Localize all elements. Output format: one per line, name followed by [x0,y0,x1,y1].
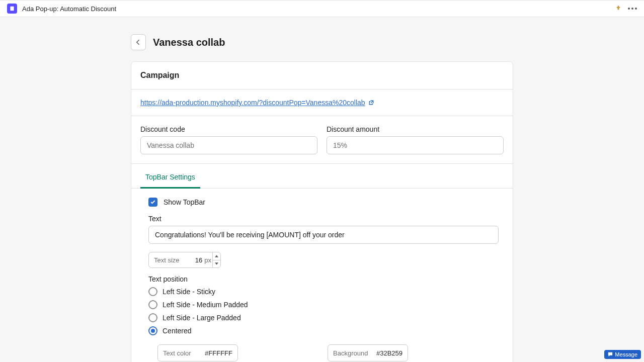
text-color-label: Text color [163,349,191,357]
radio-label: Left Side - Medium Padded [163,301,248,309]
background-color-label: Background [333,349,368,357]
radio-icon [148,287,157,296]
message-badge[interactable]: Message [604,350,641,359]
show-topbar-checkbox[interactable] [148,198,157,207]
background-color-value: #32B259 [376,349,403,357]
text-size-value: 16 [195,256,202,264]
svg-rect-0 [10,7,14,11]
pin-icon[interactable] [615,5,622,13]
tab-topbar-settings[interactable]: TopBar Settings [140,166,200,189]
campaign-url-text: https://ada-production.myshopify.com/?di… [140,99,365,107]
discount-code-label: Discount code [140,125,317,133]
radio-label: Left Side - Large Padded [163,314,241,322]
app-top-bar: Ada Pop-up: Automatic Discount [0,0,644,17]
back-button[interactable] [131,34,146,50]
radio-left-sticky[interactable]: Left Side - Sticky [148,287,496,296]
page-title: Vanessa collab [153,37,225,48]
text-label: Text [148,215,496,223]
radio-label: Centered [163,327,192,335]
text-position-title: Text position [148,275,496,283]
radio-icon [148,300,157,309]
more-icon[interactable] [628,8,637,10]
campaign-url-link[interactable]: https://ada-production.myshopify.com/?di… [140,99,374,107]
message-badge-label: Message [615,351,637,357]
radio-icon [148,326,157,335]
external-link-icon [368,100,374,106]
text-size-up[interactable] [213,252,220,260]
text-size-input[interactable]: Text size 16 px [148,252,221,268]
show-topbar-row[interactable]: Show TopBar [148,198,496,207]
text-size-unit: px [204,256,211,264]
topbar-text-input[interactable]: Congratulations! You'll be receiving [AM… [148,226,499,244]
radio-label: Left Side - Sticky [163,288,215,296]
campaign-card: Campaign https://ada-production.myshopif… [131,61,513,362]
radio-icon [148,313,157,322]
text-color-value: #FFFFFF [205,349,232,357]
discount-amount-label: Discount amount [327,125,504,133]
radio-centered[interactable]: Centered [148,326,496,335]
radio-left-large[interactable]: Left Side - Large Padded [148,313,496,322]
background-color-input[interactable]: Background #32B259 [328,344,408,361]
text-size-down[interactable] [213,260,220,268]
campaign-section-title: Campaign [140,71,504,80]
app-logo-icon [7,4,17,14]
app-title: Ada Pop-up: Automatic Discount [22,5,116,13]
discount-code-input[interactable] [140,136,317,154]
radio-left-medium[interactable]: Left Side - Medium Padded [148,300,496,309]
discount-amount-input[interactable] [327,136,504,154]
text-size-label: Text size [154,256,195,264]
text-color-input[interactable]: Text color #FFFFFF [157,344,238,361]
topbar-text-value: Congratulations! You'll be receiving [AM… [155,231,345,239]
show-topbar-label: Show TopBar [164,198,205,206]
